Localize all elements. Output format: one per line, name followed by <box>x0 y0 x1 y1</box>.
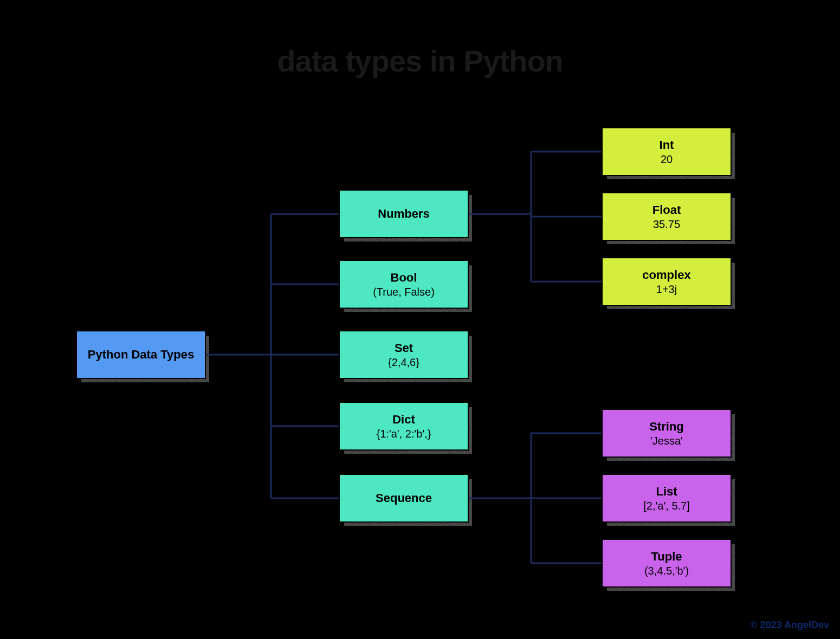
node-string: String 'Jessa' <box>602 409 732 458</box>
node-label: Float <box>652 203 681 217</box>
node-int: Int 20 <box>602 127 732 176</box>
root-node: Python Data Types <box>76 330 206 379</box>
node-label: Sequence <box>376 491 432 505</box>
node-list: List [2,'a', 5.7] <box>602 474 732 523</box>
node-complex: complex 1+3j <box>602 257 732 306</box>
attribution-text: © 2023 AngelDev <box>750 620 829 631</box>
node-example: [2,'a', 5.7] <box>643 500 689 512</box>
node-label: Tuple <box>651 550 682 564</box>
node-label: List <box>656 485 677 499</box>
node-example: (True, False) <box>373 286 435 298</box>
node-example: {1:'a', 2:'b',} <box>377 428 431 440</box>
node-label: String <box>649 420 684 434</box>
node-example: 'Jessa' <box>650 435 683 447</box>
node-label: Set <box>395 341 413 355</box>
node-example: {2,4,6} <box>388 356 419 369</box>
node-numbers: Numbers <box>339 190 469 238</box>
node-label: Numbers <box>378 207 429 221</box>
node-dict: Dict {1:'a', 2:'b',} <box>339 402 469 451</box>
node-example: 1+3j <box>656 283 677 296</box>
root-label: Python Data Types <box>88 348 194 362</box>
node-label: Bool <box>391 271 417 285</box>
node-label: complex <box>642 268 690 282</box>
node-example: (3,4.5,'b') <box>644 565 689 577</box>
node-label: Int <box>660 138 674 152</box>
node-set: Set {2,4,6} <box>339 330 469 379</box>
node-label: Dict <box>392 413 415 427</box>
node-tuple: Tuple (3,4.5,'b') <box>602 539 732 588</box>
node-float: Float 35.75 <box>602 192 732 241</box>
node-bool: Bool (True, False) <box>339 260 469 309</box>
node-example: 35.75 <box>653 218 680 231</box>
node-example: 20 <box>661 153 673 166</box>
node-sequence: Sequence <box>339 474 469 523</box>
